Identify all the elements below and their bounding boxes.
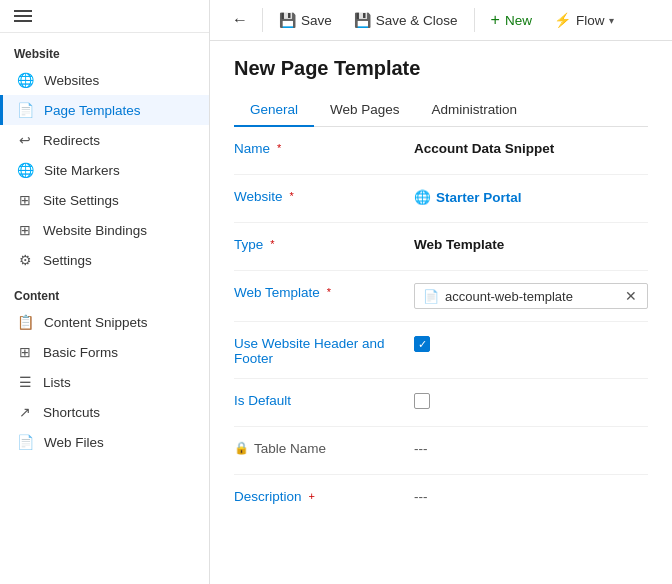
form-value-header-footer (414, 334, 430, 352)
page-icon: 📄 (17, 102, 34, 118)
list-icon: ☰ (17, 374, 33, 390)
sidebar-item-site-markers[interactable]: 🌐 Site Markers (0, 155, 209, 185)
header-footer-checkbox[interactable] (414, 336, 430, 352)
sidebar-item-label: Website Bindings (43, 223, 147, 238)
sidebar-item-label: Site Markers (44, 163, 120, 178)
form-label-type: Type * (234, 235, 414, 252)
save-label: Save (301, 13, 332, 28)
flow-dropdown-icon: ▾ (609, 15, 614, 26)
form-value-name: Account Data Snippet (414, 139, 648, 156)
back-button[interactable]: ← (224, 6, 256, 34)
required-star-name: * (277, 142, 281, 154)
sidebar-item-label: Redirects (43, 133, 100, 148)
sidebar-item-label: Page Templates (44, 103, 141, 118)
sidebar-item-page-templates[interactable]: 📄 Page Templates (0, 95, 209, 125)
form-value-website[interactable]: 🌐 Starter Portal (414, 187, 648, 205)
save-close-button[interactable]: 💾 Save & Close (344, 7, 468, 33)
toolbar-divider-1 (262, 8, 263, 32)
form-value-is-default (414, 391, 430, 409)
form-row-website: Website * 🌐 Starter Portal (234, 175, 648, 223)
web-files-icon: 📄 (17, 434, 34, 450)
sidebar-item-website-bindings[interactable]: ⊞ Website Bindings (0, 215, 209, 245)
marker-icon: 🌐 (17, 162, 34, 178)
form-area: Name * Account Data Snippet Website * 🌐 … (234, 127, 648, 523)
sidebar-item-settings[interactable]: ⚙ Settings (0, 245, 209, 275)
page-title: New Page Template (234, 57, 648, 80)
form-label-web-template: Web Template * (234, 283, 414, 300)
shortcut-icon: ↗ (17, 404, 33, 420)
sidebar-item-label: Web Files (44, 435, 104, 450)
form-row-table-name: 🔒 Table Name --- (234, 427, 648, 475)
required-star-type: * (270, 238, 274, 250)
sidebar-item-label: Lists (43, 375, 71, 390)
form-row-description: Description + --- (234, 475, 648, 523)
sidebar-item-label: Basic Forms (43, 345, 118, 360)
form-label-description: Description + (234, 487, 414, 504)
snippets-icon: 📋 (17, 314, 34, 330)
web-template-field[interactable]: 📄 account-web-template ✕ (414, 283, 648, 309)
sidebar-item-shortcuts[interactable]: ↗ Shortcuts (0, 397, 209, 427)
menu-icon[interactable] (14, 10, 32, 22)
lock-icon: 🔒 (234, 441, 249, 455)
sidebar-item-websites[interactable]: 🌐 Websites (0, 65, 209, 95)
forms-icon: ⊞ (17, 344, 33, 360)
globe-link-icon: 🌐 (414, 189, 431, 205)
sidebar-item-web-files[interactable]: 📄 Web Files (0, 427, 209, 457)
flow-label: Flow (576, 13, 605, 28)
form-row-name: Name * Account Data Snippet (234, 127, 648, 175)
tab-general[interactable]: General (234, 94, 314, 127)
sidebar-item-label: Shortcuts (43, 405, 100, 420)
save-close-label: Save & Close (376, 13, 458, 28)
toolbar-divider-2 (474, 8, 475, 32)
save-icon: 💾 (279, 12, 296, 28)
gear-icon: ⚙ (17, 252, 33, 268)
sidebar-header (0, 0, 209, 33)
sidebar-item-site-settings[interactable]: ⊞ Site Settings (0, 185, 209, 215)
sidebar-item-label: Site Settings (43, 193, 119, 208)
tab-web-pages[interactable]: Web Pages (314, 94, 416, 127)
redirect-icon: ↩ (17, 132, 33, 148)
sidebar-item-label: Settings (43, 253, 92, 268)
form-label-website: Website * (234, 187, 414, 204)
required-star-web-template: * (327, 286, 331, 298)
new-button[interactable]: + New (481, 6, 542, 34)
form-label-table-name: 🔒 Table Name (234, 439, 414, 456)
new-label: New (505, 13, 532, 28)
form-value-type: Web Template (414, 235, 648, 252)
form-value-table-name: --- (414, 439, 648, 456)
form-label-header-footer: Use Website Header and Footer (234, 334, 414, 366)
sidebar-item-content-snippets[interactable]: 📋 Content Snippets (0, 307, 209, 337)
sidebar-item-label: Content Snippets (44, 315, 148, 330)
required-star-description: + (309, 490, 315, 502)
web-template-value: account-web-template (445, 289, 573, 304)
save-button[interactable]: 💾 Save (269, 7, 342, 33)
form-label-name: Name * (234, 139, 414, 156)
settings-grid-icon: ⊞ (17, 192, 33, 208)
flow-button[interactable]: ⚡ Flow ▾ (544, 7, 625, 33)
tab-administration[interactable]: Administration (416, 94, 534, 127)
main-content: ← 💾 Save 💾 Save & Close + New ⚡ Flow ▾ N… (210, 0, 672, 584)
form-value-web-template: 📄 account-web-template ✕ (414, 283, 648, 309)
form-row-type: Type * Web Template (234, 223, 648, 271)
page-area: New Page Template General Web Pages Admi… (210, 41, 672, 584)
save-close-icon: 💾 (354, 12, 371, 28)
sidebar-section-website: Website (0, 33, 209, 65)
clear-web-template-button[interactable]: ✕ (623, 288, 639, 304)
is-default-checkbox[interactable] (414, 393, 430, 409)
globe-icon: 🌐 (17, 72, 34, 88)
new-plus-icon: + (491, 11, 500, 29)
sidebar-item-lists[interactable]: ☰ Lists (0, 367, 209, 397)
flow-icon: ⚡ (554, 12, 571, 28)
sidebar: Website 🌐 Websites 📄 Page Templates ↩ Re… (0, 0, 210, 584)
form-label-is-default: Is Default (234, 391, 414, 408)
sidebar-item-basic-forms[interactable]: ⊞ Basic Forms (0, 337, 209, 367)
sidebar-item-redirects[interactable]: ↩ Redirects (0, 125, 209, 155)
required-star-website: * (290, 190, 294, 202)
sidebar-section-content: Content (0, 275, 209, 307)
form-value-description: --- (414, 487, 648, 504)
file-icon: 📄 (423, 289, 439, 304)
form-row-web-template: Web Template * 📄 account-web-template ✕ (234, 271, 648, 322)
sidebar-item-label: Websites (44, 73, 99, 88)
toolbar: ← 💾 Save 💾 Save & Close + New ⚡ Flow ▾ (210, 0, 672, 41)
form-row-header-footer: Use Website Header and Footer (234, 322, 648, 379)
